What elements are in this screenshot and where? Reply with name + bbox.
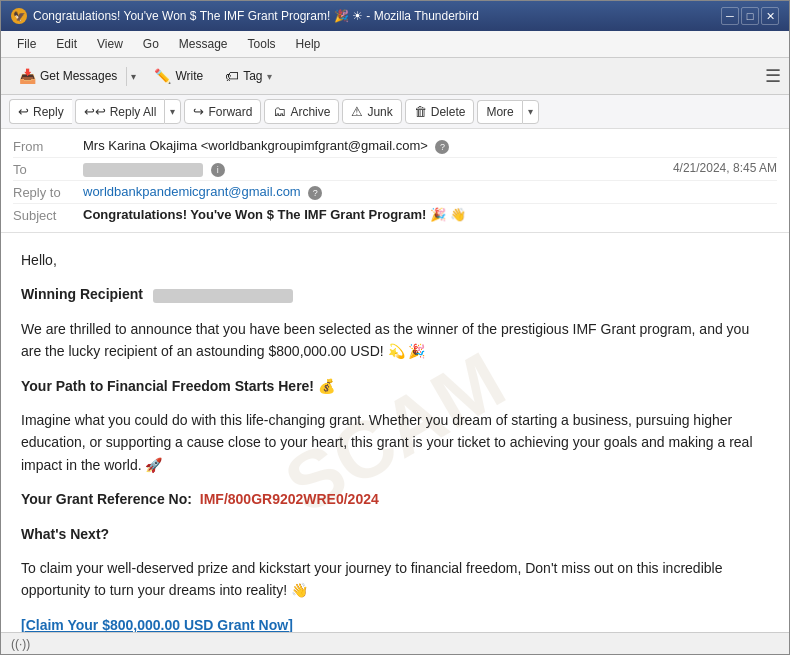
- reply-all-icon: ↩↩: [84, 104, 106, 119]
- main-toolbar: 📥 Get Messages ▾ ✏️ Write 🏷 Tag ▾ ☰: [1, 58, 789, 95]
- archive-button[interactable]: 🗂 Archive: [264, 99, 339, 124]
- menu-message[interactable]: Message: [171, 34, 236, 54]
- from-address: Mrs Karina Okajima <worldbankgroupimfgra…: [83, 138, 428, 153]
- header-fields: From Mrs Karina Okajima <worldbankgroupi…: [1, 129, 789, 232]
- more-label: More: [486, 105, 513, 119]
- junk-label: Junk: [367, 105, 392, 119]
- greeting: Hello,: [21, 249, 769, 271]
- subject-row: Subject Congratulations! You've Won $ Th…: [13, 204, 777, 226]
- subject-label: Subject: [13, 207, 83, 223]
- get-messages-icon: 📥: [19, 68, 36, 84]
- reply-to-row: Reply to worldbankpandemicgrant@gmail.co…: [13, 181, 777, 204]
- thunderbird-icon: 🦅: [11, 8, 27, 24]
- reply-all-label: Reply All: [110, 105, 157, 119]
- menu-help[interactable]: Help: [288, 34, 329, 54]
- menu-view[interactable]: View: [89, 34, 131, 54]
- menu-go[interactable]: Go: [135, 34, 167, 54]
- to-label: To: [13, 161, 83, 177]
- more-arrow[interactable]: ▾: [522, 100, 539, 124]
- forward-button[interactable]: ↪ Forward: [184, 99, 261, 124]
- window-controls: ─ □ ✕: [721, 7, 779, 25]
- message-header: From Mrs Karina Okajima <worldbankgroupi…: [1, 129, 789, 233]
- delete-label: Delete: [431, 105, 466, 119]
- junk-icon: ⚠: [351, 104, 363, 119]
- title-bar: 🦅 Congratulations! You've Won $ The IMF …: [1, 1, 789, 31]
- get-messages-dropdown: 📥 Get Messages ▾: [9, 62, 141, 90]
- reply-dropdown: ↩ Reply: [9, 99, 72, 124]
- message-toolbar: ↩ Reply ↩↩ Reply All ▾ ↪ Forward 🗂 Archi…: [1, 95, 789, 129]
- to-verify-icon: i: [211, 163, 225, 177]
- get-messages-arrow[interactable]: ▾: [126, 67, 140, 86]
- reply-all-button[interactable]: ↩↩ Reply All: [75, 99, 165, 124]
- whats-next-heading: What's Next?: [21, 523, 769, 545]
- claim-link-line: [Claim Your $800,000.00 USD Grant Now]: [21, 614, 769, 632]
- write-icon: ✏️: [154, 68, 171, 84]
- ref-value: IMF/800GR9202WRE0/2024: [200, 491, 379, 507]
- tag-label: Tag: [243, 69, 262, 83]
- to-row: To i 4/21/2024, 8:45 AM: [13, 158, 777, 181]
- from-verify-icon: ?: [435, 140, 449, 154]
- para1: We are thrilled to announce that you hav…: [21, 318, 769, 363]
- delete-button[interactable]: 🗑 Delete: [405, 99, 475, 124]
- close-button[interactable]: ✕: [761, 7, 779, 25]
- minimize-button[interactable]: ─: [721, 7, 739, 25]
- write-button[interactable]: ✏️ Write: [145, 63, 212, 89]
- from-label: From: [13, 138, 83, 154]
- tag-arrow-icon: ▾: [267, 71, 272, 82]
- hamburger-menu-icon[interactable]: ☰: [765, 65, 781, 87]
- main-window: 🦅 Congratulations! You've Won $ The IMF …: [0, 0, 790, 655]
- delete-icon: 🗑: [414, 104, 427, 119]
- to-value: i: [83, 161, 673, 177]
- window-title: Congratulations! You've Won $ The IMF Gr…: [33, 9, 479, 23]
- more-dropdown: More ▾: [477, 100, 538, 124]
- reply-all-arrow[interactable]: ▾: [164, 99, 181, 124]
- more-button[interactable]: More: [477, 100, 521, 124]
- menu-bar: File Edit View Go Message Tools Help: [1, 31, 789, 58]
- archive-icon: 🗂: [273, 104, 286, 119]
- forward-label: Forward: [208, 105, 252, 119]
- signal-icon: ((·)): [11, 637, 30, 651]
- reply-icon: ↩: [18, 104, 29, 119]
- from-row: From Mrs Karina Okajima <worldbankgroupi…: [13, 135, 777, 158]
- reply-to-label: Reply to: [13, 184, 83, 200]
- reply-label: Reply: [33, 105, 64, 119]
- para3: To claim your well-deserved prize and ki…: [21, 557, 769, 602]
- menu-edit[interactable]: Edit: [48, 34, 85, 54]
- ref-line: Your Grant Reference No: IMF/800GR9202WR…: [21, 488, 769, 510]
- get-messages-label: Get Messages: [40, 69, 117, 83]
- tag-icon: 🏷: [225, 68, 239, 84]
- tag-button[interactable]: 🏷 Tag ▾: [216, 63, 280, 89]
- from-value: Mrs Karina Okajima <worldbankgroupimfgra…: [83, 138, 777, 154]
- archive-label: Archive: [290, 105, 330, 119]
- reply-to-address[interactable]: worldbankpandemicgrant@gmail.com: [83, 184, 301, 199]
- para2: Imagine what you could do with this life…: [21, 409, 769, 476]
- subject-value: Congratulations! You've Won $ The IMF Gr…: [83, 207, 777, 222]
- to-address-blurred: [83, 163, 203, 177]
- message-body: SCAM Hello, Winning Recipient We are thr…: [1, 233, 789, 632]
- menu-file[interactable]: File: [9, 34, 44, 54]
- winning-label: Winning Recipient: [21, 286, 143, 302]
- menu-tools[interactable]: Tools: [240, 34, 284, 54]
- junk-button[interactable]: ⚠ Junk: [342, 99, 401, 124]
- claim-link[interactable]: [Claim Your $800,000.00 USD Grant Now]: [21, 617, 293, 632]
- reply-to-verify-icon: ?: [308, 186, 322, 200]
- reply-to-value: worldbankpandemicgrant@gmail.com ?: [83, 184, 777, 200]
- reply-all-dropdown: ↩↩ Reply All ▾: [75, 99, 182, 124]
- write-label: Write: [175, 69, 203, 83]
- recipient-blurred: [153, 289, 293, 303]
- winning-recipient-line: Winning Recipient: [21, 283, 769, 305]
- date-value: 4/21/2024, 8:45 AM: [673, 161, 777, 175]
- title-bar-left: 🦅 Congratulations! You've Won $ The IMF …: [11, 8, 479, 24]
- message-content: Hello, Winning Recipient We are thrilled…: [21, 249, 769, 632]
- status-bar: ((·)): [1, 632, 789, 654]
- ref-heading: Your Grant Reference No:: [21, 491, 192, 507]
- forward-icon: ↪: [193, 104, 204, 119]
- reply-button[interactable]: ↩ Reply: [9, 99, 72, 124]
- maximize-button[interactable]: □: [741, 7, 759, 25]
- section1-heading: Your Path to Financial Freedom Starts He…: [21, 375, 769, 397]
- get-messages-button[interactable]: 📥 Get Messages: [10, 63, 126, 89]
